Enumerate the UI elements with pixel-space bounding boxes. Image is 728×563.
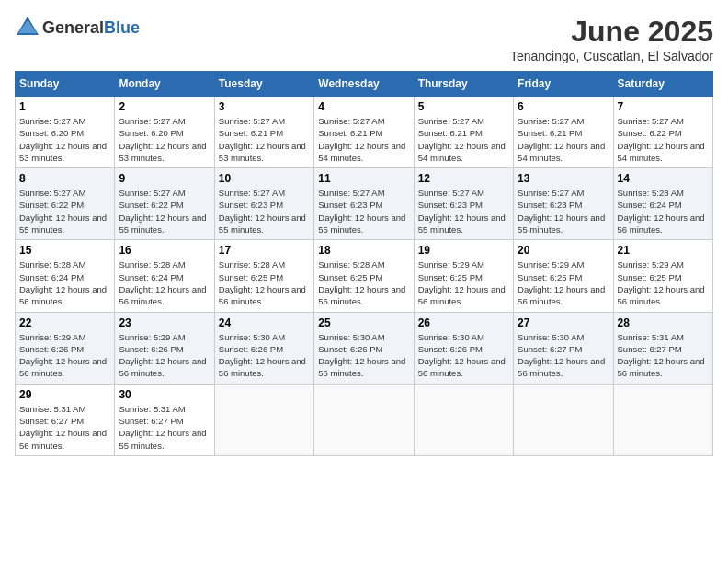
calendar-cell: 23 Sunrise: 5:29 AM Sunset: 6:26 PM Dayl…: [115, 312, 214, 384]
day-info: Sunrise: 5:28 AM Sunset: 6:24 PM Dayligh…: [19, 259, 110, 307]
day-info: Sunrise: 5:28 AM Sunset: 6:24 PM Dayligh…: [618, 187, 709, 236]
calendar-week-row: 22 Sunrise: 5:29 AM Sunset: 6:26 PM Dayl…: [16, 312, 713, 384]
day-number: 19: [418, 244, 509, 257]
calendar-cell: 20 Sunrise: 5:29 AM Sunset: 6:25 PM Dayl…: [514, 240, 613, 312]
logo-text-general: General: [42, 18, 104, 37]
day-number: 12: [418, 172, 509, 185]
calendar-cell: [414, 384, 513, 455]
weekday-header-wednesday: Wednesday: [314, 72, 414, 97]
day-info: Sunrise: 5:31 AM Sunset: 6:27 PM Dayligh…: [618, 331, 709, 380]
calendar-week-row: 29 Sunrise: 5:31 AM Sunset: 6:27 PM Dayl…: [16, 384, 713, 455]
day-number: 23: [119, 316, 210, 329]
day-number: 20: [518, 244, 609, 257]
calendar-cell: 2 Sunrise: 5:27 AM Sunset: 6:20 PM Dayli…: [115, 97, 214, 168]
day-info: Sunrise: 5:27 AM Sunset: 6:23 PM Dayligh…: [518, 187, 609, 236]
day-number: 9: [119, 172, 210, 185]
calendar-cell: 26 Sunrise: 5:30 AM Sunset: 6:26 PM Dayl…: [414, 312, 513, 384]
calendar-week-row: 1 Sunrise: 5:27 AM Sunset: 6:20 PM Dayli…: [16, 97, 713, 168]
calendar-cell: 11 Sunrise: 5:27 AM Sunset: 6:23 PM Dayl…: [314, 168, 414, 240]
day-number: 3: [219, 100, 310, 113]
calendar-cell: 28 Sunrise: 5:31 AM Sunset: 6:27 PM Dayl…: [613, 312, 712, 384]
calendar-cell: 18 Sunrise: 5:28 AM Sunset: 6:25 PM Dayl…: [314, 240, 414, 312]
weekday-header-row: SundayMondayTuesdayWednesdayThursdayFrid…: [16, 72, 713, 97]
day-info: Sunrise: 5:27 AM Sunset: 6:21 PM Dayligh…: [418, 115, 509, 164]
day-info: Sunrise: 5:27 AM Sunset: 6:21 PM Dayligh…: [219, 115, 310, 164]
calendar-cell: 4 Sunrise: 5:27 AM Sunset: 6:21 PM Dayli…: [314, 97, 414, 168]
day-info: Sunrise: 5:28 AM Sunset: 6:25 PM Dayligh…: [318, 259, 409, 307]
calendar-cell: 16 Sunrise: 5:28 AM Sunset: 6:24 PM Dayl…: [115, 240, 214, 312]
day-number: 21: [618, 244, 709, 257]
day-info: Sunrise: 5:30 AM Sunset: 6:27 PM Dayligh…: [518, 331, 609, 380]
calendar-cell: 12 Sunrise: 5:27 AM Sunset: 6:23 PM Dayl…: [414, 168, 513, 240]
calendar-cell: [214, 384, 313, 455]
svg-marker-1: [18, 20, 37, 33]
day-number: 6: [518, 100, 609, 113]
calendar-cell: 29 Sunrise: 5:31 AM Sunset: 6:27 PM Dayl…: [16, 384, 115, 455]
calendar-cell: 19 Sunrise: 5:29 AM Sunset: 6:25 PM Dayl…: [414, 240, 513, 312]
day-info: Sunrise: 5:31 AM Sunset: 6:27 PM Dayligh…: [19, 403, 110, 452]
day-number: 7: [618, 100, 709, 113]
day-info: Sunrise: 5:27 AM Sunset: 6:23 PM Dayligh…: [219, 187, 310, 236]
calendar-cell: 27 Sunrise: 5:30 AM Sunset: 6:27 PM Dayl…: [514, 312, 613, 384]
calendar-cell: [314, 384, 414, 455]
day-number: 14: [618, 172, 709, 185]
day-number: 2: [119, 100, 210, 113]
calendar-week-row: 15 Sunrise: 5:28 AM Sunset: 6:24 PM Dayl…: [16, 240, 713, 312]
day-info: Sunrise: 5:27 AM Sunset: 6:22 PM Dayligh…: [19, 187, 110, 236]
calendar-cell: 24 Sunrise: 5:30 AM Sunset: 6:26 PM Dayl…: [214, 312, 313, 384]
day-number: 24: [219, 316, 310, 329]
calendar-cell: 10 Sunrise: 5:27 AM Sunset: 6:23 PM Dayl…: [214, 168, 313, 240]
day-number: 1: [19, 100, 110, 113]
calendar-week-row: 8 Sunrise: 5:27 AM Sunset: 6:22 PM Dayli…: [16, 168, 713, 240]
day-number: 16: [119, 244, 210, 257]
day-info: Sunrise: 5:27 AM Sunset: 6:20 PM Dayligh…: [119, 115, 210, 164]
calendar-cell: 3 Sunrise: 5:27 AM Sunset: 6:21 PM Dayli…: [214, 97, 313, 168]
day-number: 10: [219, 172, 310, 185]
day-info: Sunrise: 5:31 AM Sunset: 6:27 PM Dayligh…: [119, 403, 210, 452]
logo-icon: [15, 15, 40, 40]
day-info: Sunrise: 5:27 AM Sunset: 6:21 PM Dayligh…: [518, 115, 609, 164]
day-number: 8: [19, 172, 110, 185]
calendar-cell: 15 Sunrise: 5:28 AM Sunset: 6:24 PM Dayl…: [16, 240, 115, 312]
calendar-cell: 17 Sunrise: 5:28 AM Sunset: 6:25 PM Dayl…: [214, 240, 313, 312]
day-info: Sunrise: 5:30 AM Sunset: 6:26 PM Dayligh…: [318, 331, 409, 380]
day-number: 27: [518, 316, 609, 329]
calendar-cell: 22 Sunrise: 5:29 AM Sunset: 6:26 PM Dayl…: [16, 312, 115, 384]
day-info: Sunrise: 5:27 AM Sunset: 6:22 PM Dayligh…: [618, 115, 709, 164]
calendar-cell: 8 Sunrise: 5:27 AM Sunset: 6:22 PM Dayli…: [16, 168, 115, 240]
day-info: Sunrise: 5:27 AM Sunset: 6:20 PM Dayligh…: [19, 115, 110, 164]
day-info: Sunrise: 5:27 AM Sunset: 6:23 PM Dayligh…: [418, 187, 509, 236]
day-info: Sunrise: 5:30 AM Sunset: 6:26 PM Dayligh…: [219, 331, 310, 380]
calendar-cell: 14 Sunrise: 5:28 AM Sunset: 6:24 PM Dayl…: [613, 168, 712, 240]
day-number: 5: [418, 100, 509, 113]
logo-text-blue: Blue: [104, 18, 140, 37]
day-info: Sunrise: 5:28 AM Sunset: 6:25 PM Dayligh…: [219, 259, 310, 307]
day-number: 13: [518, 172, 609, 185]
calendar-cell: 21 Sunrise: 5:29 AM Sunset: 6:25 PM Dayl…: [613, 240, 712, 312]
day-number: 18: [318, 244, 409, 257]
day-info: Sunrise: 5:27 AM Sunset: 6:22 PM Dayligh…: [119, 187, 210, 236]
day-info: Sunrise: 5:27 AM Sunset: 6:21 PM Dayligh…: [318, 115, 409, 164]
day-info: Sunrise: 5:29 AM Sunset: 6:25 PM Dayligh…: [518, 259, 609, 307]
day-number: 11: [318, 172, 409, 185]
calendar-cell: 9 Sunrise: 5:27 AM Sunset: 6:22 PM Dayli…: [115, 168, 214, 240]
calendar-cell: 7 Sunrise: 5:27 AM Sunset: 6:22 PM Dayli…: [613, 97, 712, 168]
calendar-cell: 13 Sunrise: 5:27 AM Sunset: 6:23 PM Dayl…: [514, 168, 613, 240]
day-number: 30: [119, 388, 210, 401]
day-number: 29: [19, 388, 110, 401]
weekday-header-sunday: Sunday: [16, 72, 115, 97]
location-title: Tenancingo, Cuscatlan, El Salvador: [510, 49, 713, 63]
title-area: June 2025 Tenancingo, Cuscatlan, El Salv…: [510, 15, 713, 63]
calendar-cell: [613, 384, 712, 455]
weekday-header-friday: Friday: [514, 72, 613, 97]
day-number: 28: [618, 316, 709, 329]
day-info: Sunrise: 5:30 AM Sunset: 6:26 PM Dayligh…: [418, 331, 509, 380]
calendar-cell: [514, 384, 613, 455]
day-info: Sunrise: 5:29 AM Sunset: 6:26 PM Dayligh…: [119, 331, 210, 380]
day-number: 26: [418, 316, 509, 329]
page-header: GeneralBlue June 2025 Tenancingo, Cuscat…: [15, 15, 713, 63]
day-info: Sunrise: 5:29 AM Sunset: 6:26 PM Dayligh…: [19, 331, 110, 380]
day-number: 25: [318, 316, 409, 329]
day-info: Sunrise: 5:29 AM Sunset: 6:25 PM Dayligh…: [418, 259, 509, 307]
month-title: June 2025: [510, 15, 713, 49]
